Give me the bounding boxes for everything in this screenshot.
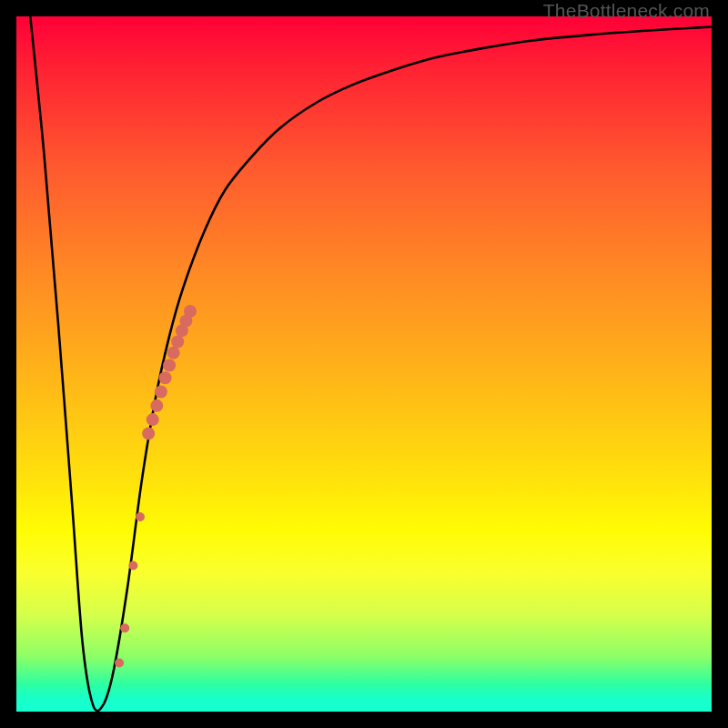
bottleneck-curve [30, 16, 712, 711]
highlight-point [155, 386, 167, 399]
highlight-point [163, 359, 176, 372]
highlight-point [128, 561, 137, 571]
highlight-point [184, 305, 197, 318]
highlight-point [136, 512, 145, 521]
watermark-text: TheBottleneck.com [543, 0, 710, 22]
highlight-point [171, 336, 184, 349]
highlight-point [120, 623, 129, 632]
highlight-point [150, 399, 163, 412]
highlight-point [147, 413, 159, 426]
chart-svg [16, 16, 712, 712]
chart-frame: TheBottleneck.com [0, 0, 728, 728]
highlight-point [167, 347, 180, 359]
plot-area [16, 16, 712, 712]
highlight-point [142, 427, 155, 440]
highlight-point [159, 371, 172, 384]
highlight-point [115, 659, 124, 668]
highlight-scatter [115, 305, 197, 668]
